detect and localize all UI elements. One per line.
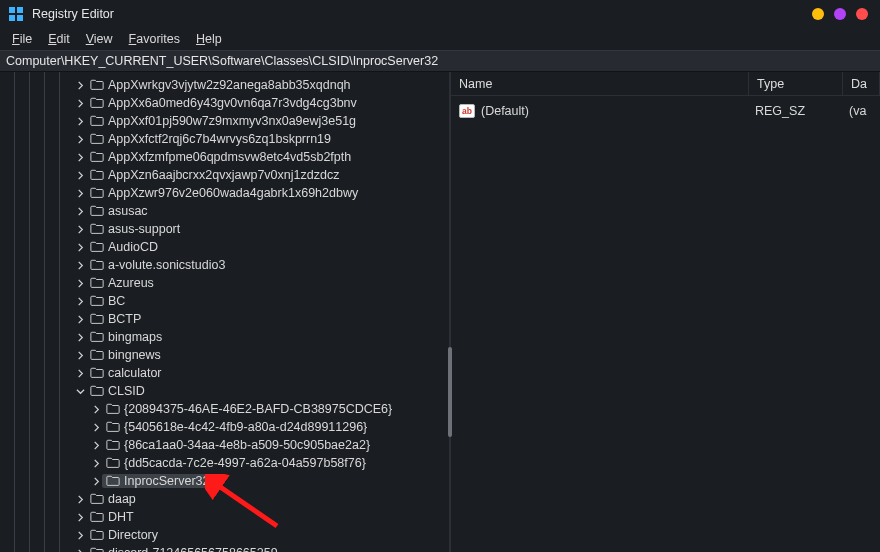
- minimize-dot[interactable]: [812, 8, 824, 20]
- tree-item[interactable]: AppXx6a0med6y43gv0vn6qa7r3vdg4cg3bnv: [0, 94, 449, 112]
- chevron-right-icon: [74, 331, 86, 343]
- tree-item-label-wrap: Directory: [86, 528, 160, 542]
- tree-item[interactable]: AppXxfctf2rqj6c7b4wrvys6zq1bskprrn19: [0, 130, 449, 148]
- menubar: File Edit View Favorites Help: [0, 28, 880, 50]
- chevron-right-icon[interactable]: [74, 187, 86, 199]
- tree-item-label-wrap: {dd5cacda-7c2e-4997-a62a-04a597b58f76}: [102, 456, 368, 470]
- tree-item-label-wrap: bingmaps: [86, 330, 164, 344]
- tree-item[interactable]: AppXzwr976v2e060wada4gabrk1x69h2dbwy: [0, 184, 449, 202]
- maximize-dot[interactable]: [834, 8, 846, 20]
- tree-item[interactable]: AppXwrkgv3vjytw2z92anega8abb35xqdnqh: [0, 76, 449, 94]
- menu-help[interactable]: Help: [190, 30, 228, 48]
- values-header: Name Type Da: [451, 72, 880, 96]
- folder-icon: [90, 96, 104, 110]
- tree-item[interactable]: asus-support: [0, 220, 449, 238]
- tree-item[interactable]: AppXxfzmfpme06qpdmsvw8etc4vd5sb2fpth: [0, 148, 449, 166]
- tree-item-label: daap: [108, 492, 136, 506]
- tree-item-label: {20894375-46AE-46E2-BAFD-CB38975CDCE6}: [124, 402, 392, 416]
- tree-item[interactable]: InprocServer32: [0, 472, 449, 490]
- folder-icon: [90, 330, 104, 344]
- menu-edit[interactable]: Edit: [42, 30, 76, 48]
- value-row[interactable]: ab (Default)REG_SZ(va: [451, 100, 880, 122]
- folder-icon: [106, 438, 120, 452]
- tree-item[interactable]: Azureus: [0, 274, 449, 292]
- chevron-right-icon[interactable]: [74, 97, 86, 109]
- chevron-right-icon[interactable]: [74, 169, 86, 181]
- menu-view[interactable]: View: [80, 30, 119, 48]
- chevron-down-icon[interactable]: [74, 385, 86, 397]
- column-name[interactable]: Name: [451, 72, 749, 95]
- svg-rect-0: [9, 7, 15, 13]
- tree-item-label-wrap: asusac: [86, 204, 150, 218]
- address-bar[interactable]: Computer\HKEY_CURRENT_USER\Software\Clas…: [0, 50, 880, 72]
- tree-item-label-wrap: Azureus: [86, 276, 156, 290]
- chevron-right-icon[interactable]: [74, 115, 86, 127]
- column-type[interactable]: Type: [749, 72, 843, 95]
- chevron-right-icon[interactable]: [74, 133, 86, 145]
- tree-item-label: CLSID: [108, 384, 145, 398]
- tree-item[interactable]: DHT: [0, 508, 449, 526]
- chevron-right-icon[interactable]: [90, 457, 102, 469]
- tree-item-label: {dd5cacda-7c2e-4997-a62a-04a597b58f76}: [124, 456, 366, 470]
- chevron-right-icon: [74, 223, 86, 235]
- tree-item[interactable]: bingmaps: [0, 328, 449, 346]
- folder-icon: [90, 492, 104, 506]
- chevron-right-icon[interactable]: [74, 151, 86, 163]
- svg-rect-3: [17, 15, 23, 21]
- tree-item[interactable]: BCTP: [0, 310, 449, 328]
- chevron-right-icon[interactable]: [74, 295, 86, 307]
- splitter[interactable]: [449, 72, 451, 552]
- chevron-right-icon[interactable]: [90, 403, 102, 415]
- column-data[interactable]: Da: [843, 72, 880, 95]
- tree-item[interactable]: Directory: [0, 526, 449, 544]
- tree-item[interactable]: calculator: [0, 364, 449, 382]
- tree-item-label: BCTP: [108, 312, 141, 326]
- tree-item[interactable]: BC: [0, 292, 449, 310]
- tree-item[interactable]: AppXzn6aajbcrxx2qvxjawp7v0xnj1zdzdcz: [0, 166, 449, 184]
- splitter-thumb[interactable]: [448, 347, 452, 437]
- titlebar: Registry Editor: [0, 0, 880, 28]
- menu-file[interactable]: File: [6, 30, 38, 48]
- svg-text:ab: ab: [462, 106, 472, 116]
- tree-item-label-wrap: AppXxf01pj590w7z9mxmyv3nx0a9ewj3e51g: [86, 114, 358, 128]
- tree-item[interactable]: AudioCD: [0, 238, 449, 256]
- tree-item[interactable]: asusac: [0, 202, 449, 220]
- folder-icon: [90, 294, 104, 308]
- folder-icon: [90, 168, 104, 182]
- tree-item-label: AppXxf01pj590w7z9mxmyv3nx0a9ewj3e51g: [108, 114, 356, 128]
- chevron-right-icon: [74, 349, 86, 361]
- tree-item[interactable]: {dd5cacda-7c2e-4997-a62a-04a597b58f76}: [0, 454, 449, 472]
- values-pane[interactable]: Name Type Da ab (Default)REG_SZ(va: [451, 72, 880, 552]
- tree-item-label-wrap: AppXzn6aajbcrxx2qvxjawp7v0xnj1zdzdcz: [86, 168, 341, 182]
- chevron-right-icon[interactable]: [74, 511, 86, 523]
- tree-item-label: AppXxfctf2rqj6c7b4wrvys6zq1bskprrn19: [108, 132, 331, 146]
- tree-item[interactable]: {86ca1aa0-34aa-4e8b-a509-50c905bae2a2}: [0, 436, 449, 454]
- registry-tree: AppXwrkgv3vjytw2z92anega8abb35xqdnqh App…: [0, 76, 449, 552]
- close-dot[interactable]: [856, 8, 868, 20]
- chevron-right-icon[interactable]: [90, 421, 102, 433]
- tree-item[interactable]: {20894375-46AE-46E2-BAFD-CB38975CDCE6}: [0, 400, 449, 418]
- tree-item-label-wrap: DHT: [86, 510, 136, 524]
- tree-item-label: a-volute.sonicstudio3: [108, 258, 225, 272]
- tree-item[interactable]: bingnews: [0, 346, 449, 364]
- folder-icon: [90, 78, 104, 92]
- tree-item[interactable]: a-volute.sonicstudio3: [0, 256, 449, 274]
- tree-item-label: AppXwrkgv3vjytw2z92anega8abb35xqdnqh: [108, 78, 351, 92]
- tree-item[interactable]: daap: [0, 490, 449, 508]
- folder-icon: [90, 312, 104, 326]
- folder-icon: [106, 456, 120, 470]
- menu-favorites[interactable]: Favorites: [123, 30, 186, 48]
- folder-icon: [106, 402, 120, 416]
- tree-item[interactable]: AppXxf01pj590w7z9mxmyv3nx0a9ewj3e51g: [0, 112, 449, 130]
- tree-item[interactable]: {5405618e-4c42-4fb9-a80a-d24d89911296}: [0, 418, 449, 436]
- chevron-right-icon[interactable]: [74, 79, 86, 91]
- chevron-right-icon[interactable]: [74, 313, 86, 325]
- chevron-right-icon: [90, 475, 102, 487]
- tree-item-label-wrap: {5405618e-4c42-4fb9-a80a-d24d89911296}: [102, 420, 369, 434]
- tree-item[interactable]: CLSID: [0, 382, 449, 400]
- chevron-right-icon[interactable]: [74, 529, 86, 541]
- tree-pane[interactable]: AppXwrkgv3vjytw2z92anega8abb35xqdnqh App…: [0, 72, 449, 552]
- tree-item[interactable]: discord-712465656758665259: [0, 544, 449, 552]
- chevron-right-icon[interactable]: [90, 439, 102, 451]
- tree-item-label: asus-support: [108, 222, 180, 236]
